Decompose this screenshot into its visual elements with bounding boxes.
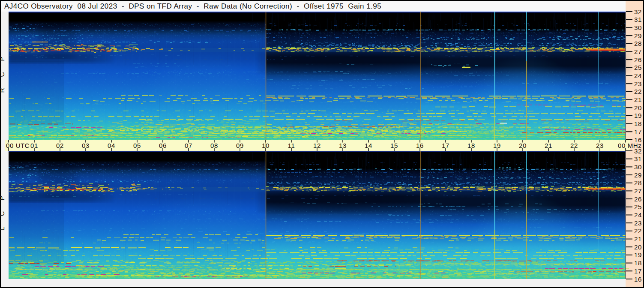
svg-text:16: 16 [634,136,642,144]
svg-text:27: 27 [634,187,642,195]
svg-text:21: 21 [545,142,552,149]
svg-text:22: 22 [634,88,642,95]
svg-text:R C P: R C P [0,52,6,93]
svg-text:11: 11 [288,142,295,149]
svg-text:31: 31 [634,155,642,162]
svg-text:14: 14 [365,142,372,149]
svg-text:25: 25 [634,203,642,210]
svg-text:23: 23 [634,80,642,87]
svg-text:06: 06 [159,142,167,149]
svg-text:01: 01 [30,142,38,149]
svg-text:03: 03 [82,142,90,149]
svg-text:19: 19 [634,251,642,258]
svg-text:20: 20 [634,104,642,111]
svg-text:20: 20 [519,142,527,149]
svg-text:23: 23 [596,142,604,149]
svg-text:28: 28 [634,179,642,186]
svg-text:29: 29 [634,32,642,39]
svg-text:17: 17 [442,142,449,149]
svg-text:16: 16 [416,142,424,149]
svg-text:16: 16 [634,276,642,283]
svg-text:02: 02 [56,142,64,149]
svg-text:AJ4CO Observatory 08 Jul 2023: AJ4CO Observatory 08 Jul 2023 - DPS on T… [4,2,381,10]
svg-text:08: 08 [210,142,218,149]
svg-text:17: 17 [634,128,642,135]
svg-text:21: 21 [634,235,642,243]
svg-text:00 UTC: 00 UTC [6,142,30,149]
svg-text:25: 25 [634,64,642,71]
svg-text:26: 26 [634,195,642,203]
svg-text:07: 07 [185,142,192,149]
svg-text:09: 09 [236,142,244,149]
svg-text:24: 24 [634,211,642,219]
svg-text:30: 30 [634,163,642,171]
svg-text:18: 18 [634,120,642,127]
svg-text:17: 17 [634,267,642,275]
svg-text:23: 23 [634,219,642,227]
svg-text:L C P: L C P [0,191,6,231]
svg-text:15: 15 [390,142,398,149]
svg-text:29: 29 [634,171,642,179]
svg-text:30: 30 [634,24,642,31]
svg-text:20: 20 [634,243,642,251]
svg-text:19: 19 [493,142,501,149]
svg-text:21: 21 [634,96,642,103]
svg-text:32: 32 [634,8,642,15]
svg-text:32: 32 [634,147,642,155]
svg-text:10: 10 [262,142,270,149]
svg-text:28: 28 [634,40,642,47]
svg-text:12: 12 [313,142,321,149]
svg-text:18: 18 [634,259,642,267]
svg-text:18: 18 [467,142,475,149]
svg-text:05: 05 [133,142,141,149]
svg-text:27: 27 [634,48,642,55]
svg-text:26: 26 [634,56,642,63]
svg-text:04: 04 [108,142,115,149]
svg-text:22: 22 [634,227,642,234]
svg-text:31: 31 [634,16,642,23]
svg-text:19: 19 [634,112,642,119]
svg-text:24: 24 [634,72,642,79]
svg-text:22: 22 [570,142,578,149]
svg-text:13: 13 [339,142,347,149]
